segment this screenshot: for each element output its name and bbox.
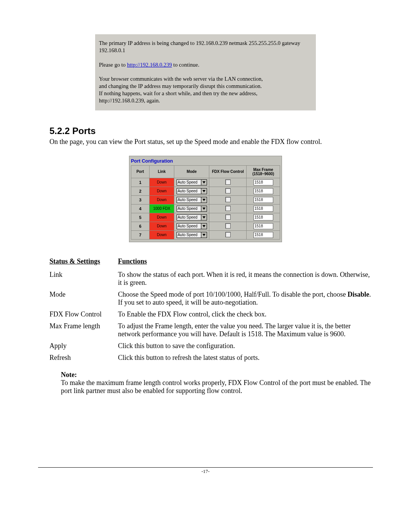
definition-row: Max Frame lengthTo adjust the Frame leng…: [49, 322, 373, 338]
cell-port: 7: [131, 230, 150, 239]
svg-marker-2: [202, 199, 206, 201]
notice-text: http://192.168.0.239, again.: [99, 97, 160, 104]
svg-marker-6: [202, 234, 206, 236]
cell-maxframe: [247, 213, 280, 222]
notice-para3: Your browser communicates with the web s…: [99, 75, 312, 104]
svg-marker-3: [202, 208, 206, 210]
maxframe-input[interactable]: [253, 179, 273, 185]
fdx-checkbox[interactable]: [225, 232, 231, 237]
definition-label: Refresh: [49, 354, 118, 362]
definition-function: To adjust the Frame length, enter the va…: [118, 322, 373, 338]
svg-marker-4: [202, 216, 206, 219]
mode-select[interactable]: Auto Speed: [177, 197, 207, 203]
cell-port: 1: [131, 178, 150, 187]
chevron-down-icon: [201, 180, 207, 185]
mode-select-value: Auto Speed: [177, 180, 201, 184]
th-mode: Mode: [174, 165, 209, 178]
chevron-down-icon: [201, 197, 207, 203]
notice-text: and changing the IP address may temporar…: [99, 83, 262, 89]
svg-marker-5: [202, 225, 206, 227]
cell-mode: Auto Speed: [174, 178, 209, 187]
note-block: Note: To make the maximum frame length c…: [61, 371, 373, 395]
cell-fdx: [209, 178, 247, 187]
th-port: Port: [131, 165, 150, 178]
cell-link-status: Down: [149, 222, 174, 230]
cell-link-status: Down: [149, 230, 174, 239]
maxframe-input[interactable]: [253, 214, 273, 220]
port-config-title: Port Configuration: [129, 156, 282, 165]
cell-link-status: Down: [149, 195, 174, 204]
definition-function: Click this button to save the configurat…: [118, 342, 373, 350]
cell-fdx: [209, 213, 247, 222]
maxframe-input[interactable]: [253, 223, 273, 229]
notice-ip: 192.168.0.239: [196, 40, 228, 46]
th-maxframe: Max Frame (1518~9600): [247, 165, 280, 178]
fdx-checkbox[interactable]: [225, 206, 231, 211]
cell-port: 5: [131, 213, 150, 222]
cell-fdx: [209, 204, 247, 213]
fdx-checkbox[interactable]: [225, 197, 231, 202]
cell-mode: Auto Speed: [174, 230, 209, 239]
definition-function: Choose the Speed mode of port 10/100/100…: [118, 291, 373, 307]
th-link: Link: [149, 165, 174, 178]
page-number: -17-: [201, 468, 210, 474]
chevron-down-icon: [201, 206, 207, 211]
chevron-down-icon: [201, 189, 207, 194]
maxframe-input[interactable]: [253, 206, 273, 212]
cell-mode: Auto Speed: [174, 204, 209, 213]
notice-text: Please go to: [99, 62, 127, 68]
fdx-checkbox[interactable]: [225, 214, 231, 220]
chevron-down-icon: [201, 215, 207, 220]
definition-row: ApplyClick this button to save the confi…: [49, 342, 373, 350]
maxframe-input[interactable]: [253, 232, 273, 238]
chevron-down-icon: [201, 224, 207, 229]
mode-select[interactable]: Auto Speed: [177, 214, 207, 220]
notice-gateway: 192.168.0.1: [99, 47, 125, 53]
cell-mode: Auto Speed: [174, 187, 209, 195]
fdx-checkbox[interactable]: [225, 179, 231, 185]
fdx-checkbox[interactable]: [225, 223, 231, 228]
table-row: 3DownAuto Speed: [131, 195, 280, 204]
cell-maxframe: [247, 230, 280, 239]
note-title: Note:: [61, 371, 373, 379]
port-config-panel: Port Configuration Port Link Mode FDX Fl…: [129, 156, 282, 242]
table-row: 1DownAuto Speed: [131, 178, 280, 187]
maxframe-input[interactable]: [253, 188, 273, 194]
cell-link-status: 1000 FDX: [149, 204, 174, 213]
mode-select[interactable]: Auto Speed: [177, 223, 207, 229]
notice-text: Your browser communicates with the web s…: [99, 76, 263, 82]
table-row: 6DownAuto Speed: [131, 222, 280, 230]
port-config-table: Port Link Mode FDX Flow Control Max Fram…: [131, 165, 280, 240]
notice-text: The primary IP address is being changed …: [99, 40, 196, 46]
page-footer: -17-: [38, 467, 373, 474]
definition-row: FDX Flow ControlTo Enable the FDX Flow c…: [49, 310, 373, 318]
maxframe-input[interactable]: [253, 197, 273, 203]
definition-label: FDX Flow Control: [49, 310, 118, 318]
table-row: 2DownAuto Speed: [131, 187, 280, 195]
svg-marker-1: [202, 190, 206, 192]
definition-row: LinkTo show the status of each port. Whe…: [49, 271, 373, 287]
cell-fdx: [209, 230, 247, 239]
cell-maxframe: [247, 178, 280, 187]
definition-label: Apply: [49, 342, 118, 350]
table-row: 7DownAuto Speed: [131, 230, 280, 239]
fdx-checkbox[interactable]: [225, 188, 231, 193]
section-heading: 5.2.2 Ports: [49, 126, 373, 136]
cell-fdx: [209, 187, 247, 195]
section-intro: On the page, you can view the Port statu…: [49, 138, 373, 146]
cell-mode: Auto Speed: [174, 213, 209, 222]
mode-select[interactable]: Auto Speed: [177, 179, 207, 185]
definition-function: To Enable the FDX Flow control, click th…: [118, 310, 373, 318]
definition-label: Link: [49, 271, 118, 279]
mode-select-value: Auto Speed: [177, 224, 201, 228]
mode-select-value: Auto Speed: [177, 233, 201, 237]
cell-mode: Auto Speed: [174, 222, 209, 230]
mode-select[interactable]: Auto Speed: [177, 188, 207, 194]
cell-fdx: [209, 222, 247, 230]
mode-select-value: Auto Speed: [177, 206, 201, 211]
notice-continue-link[interactable]: http://192.168.0.239: [127, 62, 172, 68]
svg-marker-0: [202, 181, 206, 184]
mode-select[interactable]: Auto Speed: [177, 232, 207, 238]
mode-select[interactable]: Auto Speed: [177, 206, 207, 212]
notice-line1: The primary IP address is being changed …: [99, 40, 312, 54]
